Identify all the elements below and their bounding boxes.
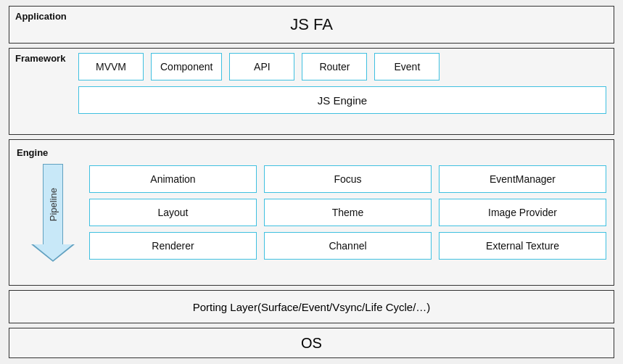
event-label: Event (394, 61, 420, 73)
router-label: Router (319, 61, 350, 73)
api-label: API (254, 61, 271, 73)
architecture-diagram: Application JS FA Framework MVVM Compone… (0, 0, 623, 364)
engine-row-1: Animation Focus EventManager (89, 165, 606, 193)
framework-layer: Framework MVVM Component API Router Even… (9, 48, 614, 135)
mvvm-label: MVVM (96, 61, 126, 73)
pipeline-arrow: Pipeline (31, 164, 75, 262)
channel-label: Channel (329, 240, 366, 252)
engine-row-3: Renderer Channel External Texture (89, 232, 606, 260)
renderer-box: Renderer (89, 232, 257, 260)
channel-box: Channel (264, 232, 432, 260)
pipeline-wrapper: Pipeline (31, 164, 75, 281)
mvvm-box: MVVM (78, 53, 144, 80)
image-provider-label: Image Provider (488, 207, 557, 218)
os-layer: OS (9, 328, 614, 358)
eventmanager-label: EventManager (490, 173, 556, 185)
pipeline-label: Pipeline (48, 188, 59, 221)
porting-label: Porting Layer(Surface/Event/Vsync/Life C… (193, 301, 431, 313)
framework-boxes: MVVM Component API Router Event (78, 53, 606, 80)
external-texture-box: External Texture (439, 232, 606, 260)
os-label: OS (301, 335, 322, 352)
api-box: API (229, 53, 294, 80)
layout-box: Layout (89, 199, 257, 226)
framework-layer-label: Framework (15, 53, 65, 64)
animation-box: Animation (89, 165, 257, 193)
engine-right: Animation Focus EventManager Layout Them… (82, 144, 606, 281)
js-engine-row: JS Engine (78, 86, 606, 114)
focus-box: Focus (264, 165, 432, 193)
js-engine-box: JS Engine (78, 86, 606, 114)
app-title: JS FA (290, 15, 333, 34)
engine-layer-label: Engine (17, 147, 48, 158)
external-texture-label: External Texture (486, 240, 559, 252)
router-box: Router (302, 53, 367, 80)
component-box: Component (151, 53, 222, 80)
pipeline-tip (31, 244, 75, 262)
event-box: Event (374, 53, 440, 80)
animation-label: Animation (150, 173, 195, 185)
renderer-label: Renderer (152, 240, 194, 252)
porting-layer: Porting Layer(Surface/Event/Vsync/Life C… (9, 290, 614, 323)
layout-label: Layout (157, 207, 188, 218)
app-layer-label: Application (15, 11, 67, 22)
app-layer: Application JS FA (9, 6, 614, 44)
eventmanager-box: EventManager (439, 165, 606, 193)
image-provider-box: Image Provider (439, 199, 606, 226)
engine-row-2: Layout Theme Image Provider (89, 199, 606, 226)
pipeline-shaft: Pipeline (43, 164, 63, 244)
theme-label: Theme (332, 207, 364, 218)
component-label: Component (160, 61, 213, 73)
engine-left: Engine Pipeline (17, 144, 82, 281)
focus-label: Focus (334, 173, 361, 185)
engine-layer: Engine Pipeline Animation Focus (9, 139, 614, 286)
js-engine-label: JS Engine (318, 94, 367, 107)
theme-box: Theme (264, 199, 432, 226)
